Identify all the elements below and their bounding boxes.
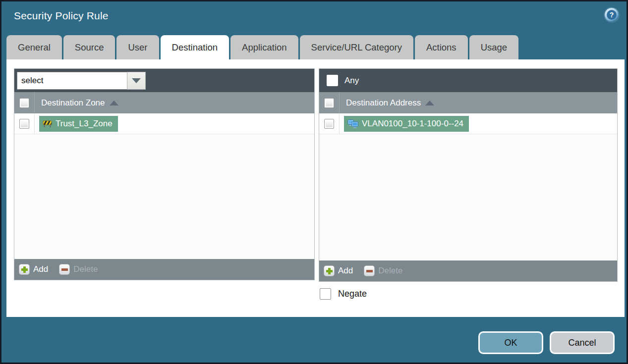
zone-row-checkbox[interactable]	[19, 119, 29, 129]
zone-toolbar: Add Delete	[14, 259, 314, 280]
zone-icon	[43, 120, 52, 128]
zone-row-checkbox-cell	[14, 113, 35, 134]
add-icon	[324, 265, 335, 276]
zone-add-button[interactable]: Add	[19, 264, 48, 275]
negate-checkbox[interactable]	[320, 288, 331, 300]
address-tag[interactable]: VLAN0100_10-1-100-0--24	[344, 116, 469, 132]
tab-source[interactable]: Source	[63, 35, 115, 59]
tab-usage[interactable]: Usage	[469, 35, 518, 59]
address-add-button[interactable]: Add	[324, 265, 353, 276]
add-icon	[19, 264, 30, 275]
zone-tag[interactable]: Trust_L3_Zone	[39, 116, 118, 132]
address-row-checkbox[interactable]	[324, 119, 334, 129]
ok-button[interactable]: OK	[478, 331, 543, 354]
zone-select-all-checkbox[interactable]	[19, 98, 29, 108]
address-column-header[interactable]: Destination Address	[346, 98, 434, 108]
address-row[interactable]: VLAN0100_10-1-100-0--24	[319, 113, 617, 134]
tab-destination[interactable]: Destination	[161, 35, 229, 59]
address-any-bar: Any	[319, 69, 617, 92]
zone-delete-button[interactable]: Delete	[59, 264, 98, 275]
negate-option: Negate	[320, 288, 367, 300]
zone-label: Trust_L3_Zone	[56, 119, 113, 129]
address-grid-header: Destination Address	[319, 92, 617, 113]
destination-address-panel: Any Destination Address	[319, 68, 618, 282]
any-label: Any	[344, 76, 359, 86]
security-policy-rule-dialog: Security Policy Rule ? General Source Us…	[0, 0, 628, 364]
address-select-all-cell	[319, 92, 340, 113]
zone-type-dropdown-button[interactable]	[127, 72, 146, 90]
address-label: VLAN0100_10-1-100-0--24	[362, 119, 463, 129]
dialog-title: Security Policy Rule	[14, 10, 109, 22]
tab-strip: General Source User Destination Applicat…	[6, 35, 518, 59]
title-bar: Security Policy Rule ?	[1, 1, 627, 32]
zone-select-all-cell	[14, 92, 35, 113]
tab-general[interactable]: General	[6, 35, 62, 59]
help-button[interactable]: ?	[605, 8, 619, 22]
destination-tab-content: select Destination Zone	[6, 59, 625, 317]
zone-row[interactable]: Trust_L3_Zone	[14, 113, 314, 134]
cancel-button[interactable]: Cancel	[550, 331, 615, 354]
zone-type-combobox[interactable]: select	[17, 72, 146, 90]
tab-service-url-category[interactable]: Service/URL Category	[300, 35, 413, 59]
negate-label: Negate	[338, 289, 367, 299]
delete-icon	[364, 265, 375, 276]
zone-type-value[interactable]: select	[17, 72, 127, 90]
tab-actions[interactable]: Actions	[415, 35, 468, 59]
zone-selector-bar: select	[14, 69, 314, 92]
tab-application[interactable]: Application	[230, 35, 298, 59]
address-row-checkbox-cell	[319, 113, 340, 134]
sort-ascending-icon[interactable]	[425, 101, 434, 105]
help-icon: ?	[607, 10, 617, 20]
address-delete-button[interactable]: Delete	[364, 265, 402, 276]
zone-grid-header: Destination Zone	[14, 92, 314, 113]
zone-grid-body: Trust_L3_Zone	[14, 113, 314, 259]
address-grid-body: VLAN0100_10-1-100-0--24	[319, 113, 617, 260]
chevron-down-icon	[132, 78, 141, 83]
address-icon	[347, 119, 358, 128]
address-select-all-checkbox[interactable]	[324, 98, 334, 108]
sort-ascending-icon[interactable]	[110, 101, 118, 105]
zone-column-header[interactable]: Destination Zone	[41, 98, 118, 108]
destination-zone-panel: select Destination Zone	[14, 68, 315, 280]
any-checkbox[interactable]	[327, 75, 338, 86]
tab-user[interactable]: User	[116, 35, 159, 59]
delete-icon	[59, 264, 70, 275]
address-toolbar: Add Delete	[319, 260, 617, 281]
